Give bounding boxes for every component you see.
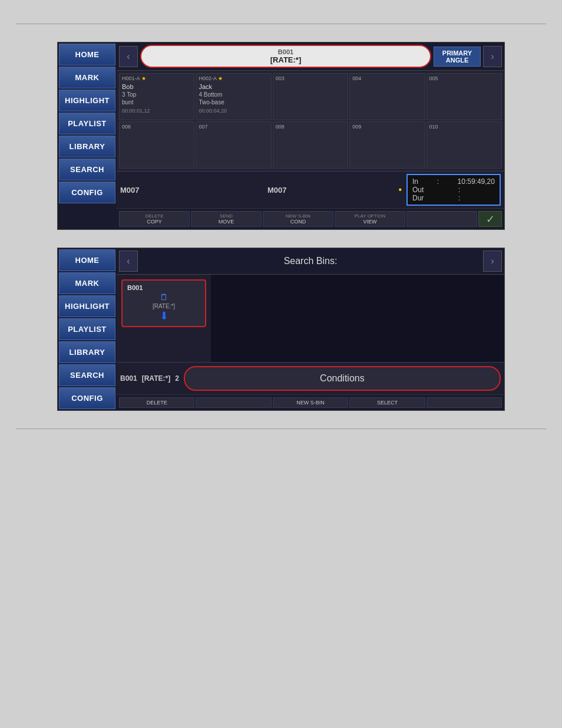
- clip-cell-009[interactable]: 009: [349, 121, 425, 169]
- info-bar-2: B001 [RATE:*] 2 Conditions: [117, 362, 504, 394]
- colon-out: :: [458, 186, 460, 194]
- clip-id-h001a: H001-A ★: [122, 75, 146, 81]
- sidebar-2: HOME MARK HIGHLIGHT PLAYLIST LIBRARY SEA…: [58, 248, 117, 410]
- bin-icon: 🗒: [127, 292, 200, 302]
- star-yellow-2: ★: [218, 75, 223, 81]
- clip-id-h002a: H002-A ★: [199, 75, 223, 81]
- clip-id-003: 003: [276, 75, 285, 81]
- clip-time-h002a: 00:00:04,20: [199, 108, 268, 114]
- action2-select[interactable]: SELECT: [349, 397, 425, 408]
- back-button-2[interactable]: ‹: [119, 251, 138, 272]
- bottom-divider: [16, 429, 546, 429]
- conditions-button[interactable]: Conditions: [184, 366, 501, 391]
- main-content-2: ‹ Search Bins: › B001 🗒 [RATE:*] ⬇ B001 …: [117, 248, 504, 410]
- sidebar-item-mark[interactable]: MARK: [59, 67, 115, 88]
- bin-rate: [RATE:*]: [127, 303, 200, 309]
- action-delete-label: DELETE: [121, 213, 188, 219]
- back-button-1[interactable]: ‹: [119, 46, 138, 67]
- sidebar-item-config[interactable]: CONFIG: [59, 182, 115, 203]
- search-content: B001 🗒 [RATE:*] ⬇: [117, 275, 504, 362]
- action2-empty1: [196, 397, 271, 408]
- primary-angle-button[interactable]: PRIMARY ANGLE: [434, 47, 481, 67]
- action-move-label: MOVE: [193, 219, 260, 225]
- sidebar-item-playlist[interactable]: PLAYLIST: [59, 113, 115, 134]
- bin-arrow-icon: ⬇: [127, 309, 200, 322]
- sidebar2-item-config[interactable]: CONFIG: [59, 387, 115, 409]
- clip-detail1-h002a: 4 Bottom: [199, 91, 268, 98]
- sidebar2-item-search[interactable]: SEARCH: [59, 364, 115, 386]
- info-id: M007: [120, 186, 156, 195]
- forward-button-2[interactable]: ›: [483, 251, 502, 272]
- sidebar-item-search[interactable]: SEARCH: [59, 159, 115, 180]
- action-delete-copy[interactable]: DELETE COPY: [119, 211, 190, 227]
- clip-detail1-h001a: 3 Top: [122, 91, 191, 98]
- panel-1: HOME MARK HIGHLIGHT PLAYLIST LIBRARY SEA…: [57, 42, 505, 230]
- action-playoption-label: PLAY OPTION: [336, 213, 404, 219]
- clip-cell-008[interactable]: 008: [273, 121, 348, 169]
- sidebar-item-highlight[interactable]: HIGHLIGHT: [59, 90, 115, 111]
- header-bar-2: ‹ Search Bins: ›: [117, 248, 504, 275]
- action-send-move[interactable]: SEND MOVE: [191, 211, 262, 227]
- sidebar-1: HOME MARK HIGHLIGHT PLAYLIST LIBRARY SEA…: [58, 42, 117, 229]
- clip-name-h001a: Bob: [122, 83, 191, 90]
- action2-newsbin[interactable]: NEW S-BIN: [273, 397, 348, 408]
- clip-cell-004[interactable]: 004: [349, 73, 425, 120]
- in-time: 10:59:49,20: [458, 177, 495, 186]
- in-label: In: [412, 177, 418, 186]
- action-copy-label: COPY: [121, 219, 188, 225]
- clip-id-010: 010: [429, 124, 438, 130]
- out-label: Out: [412, 186, 424, 194]
- info-bin-rate: [RATE:*]: [142, 374, 170, 383]
- forward-button-1[interactable]: ›: [483, 46, 502, 67]
- clip-cell-010[interactable]: 010: [427, 121, 502, 169]
- sidebar2-item-playlist[interactable]: PLAYLIST: [59, 318, 115, 340]
- info-bin-id: B001: [120, 374, 137, 383]
- header-bar-1: ‹ B001 [RATE:*] PRIMARY ANGLE ›: [117, 42, 504, 71]
- action2-delete[interactable]: DELETE: [119, 397, 194, 408]
- bins-right: [211, 275, 504, 362]
- header-title-1: B001 [RATE:*]: [140, 45, 431, 68]
- action2-newsbin-label: NEW S-BIN: [275, 400, 346, 406]
- sidebar2-item-home[interactable]: HOME: [59, 249, 115, 271]
- action-bar-2: DELETE NEW S-BIN SELECT: [117, 394, 504, 410]
- colon-dur: :: [458, 194, 460, 202]
- panel-2: HOME MARK HIGHLIGHT PLAYLIST LIBRARY SEA…: [57, 248, 505, 411]
- top-divider: [16, 24, 546, 24]
- action-check-button[interactable]: ✓: [478, 211, 502, 227]
- bin-item-b001[interactable]: B001 🗒 [RATE:*] ⬇: [121, 279, 206, 327]
- info-bar-1: M007 M007 • In : 10:59:49,20 Out : Dur :: [117, 171, 504, 208]
- star-yellow-1: ★: [141, 75, 146, 81]
- search-title: Search Bins:: [140, 256, 481, 266]
- clip-cell-h002a[interactable]: H002-A ★ Jack 4 Bottom Two-base 00:00:04…: [196, 73, 271, 120]
- clip-cell-h001a[interactable]: H001-A ★ Bob 3 Top bunt 00:00:01,12: [119, 73, 194, 120]
- sidebar2-item-highlight[interactable]: HIGHLIGHT: [59, 295, 115, 317]
- clip-cell-005[interactable]: 005: [427, 73, 502, 120]
- clip-cell-007[interactable]: 007: [196, 121, 271, 169]
- clip-id-009: 009: [352, 124, 361, 130]
- sidebar-item-home[interactable]: HOME: [59, 44, 115, 65]
- colon-in: :: [437, 177, 439, 186]
- clip-id-004: 004: [352, 75, 361, 81]
- title-line2: [RATE:*]: [146, 55, 425, 64]
- action-bar-1: DELETE COPY SEND MOVE NEW S-BIN COND PLA…: [117, 208, 504, 229]
- sidebar2-item-mark[interactable]: MARK: [59, 272, 115, 294]
- sidebar-item-library[interactable]: LIBRARY: [59, 136, 115, 157]
- clip-cell-003[interactable]: 003: [273, 73, 348, 120]
- clip-id-007: 007: [199, 124, 207, 130]
- action-cond-label: COND: [265, 219, 332, 225]
- main-content-1: ‹ B001 [RATE:*] PRIMARY ANGLE › H001-A ★…: [117, 42, 504, 229]
- action2-empty2: [427, 397, 502, 408]
- action-playoption-view[interactable]: PLAY OPTION VIEW: [335, 211, 405, 227]
- clip-name-h002a: Jack: [199, 83, 268, 90]
- action2-select-label: SELECT: [351, 400, 423, 406]
- clip-time-h001a: 00:00:01,12: [122, 108, 191, 114]
- action-view-label: VIEW: [336, 219, 404, 225]
- action-newsbin-cond[interactable]: NEW S-BIN COND: [263, 211, 333, 227]
- title-line1: B001: [146, 48, 425, 55]
- clip-detail2-h001a: bunt: [122, 99, 191, 106]
- dur-label: Dur: [412, 194, 424, 202]
- action-newsbin-label: NEW S-BIN: [265, 213, 332, 219]
- sidebar2-item-library[interactable]: LIBRARY: [59, 341, 115, 363]
- clip-cell-006[interactable]: 006: [119, 121, 194, 169]
- bin-id: B001: [127, 284, 200, 291]
